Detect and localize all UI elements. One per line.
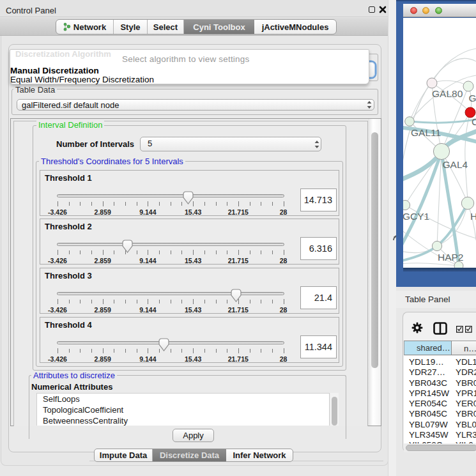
svg-text:GAL80: GAL80 (432, 88, 463, 99)
svg-text:GA: GA (469, 93, 476, 104)
svg-text:GAL11: GAL11 (411, 127, 441, 138)
svg-text:C: C (472, 116, 476, 127)
svg-text:H: H (470, 211, 476, 222)
svg-text:HAP2: HAP2 (438, 252, 464, 263)
svg-text:GCY1: GCY1 (403, 211, 429, 222)
svg-text:GAL4: GAL4 (443, 159, 468, 170)
